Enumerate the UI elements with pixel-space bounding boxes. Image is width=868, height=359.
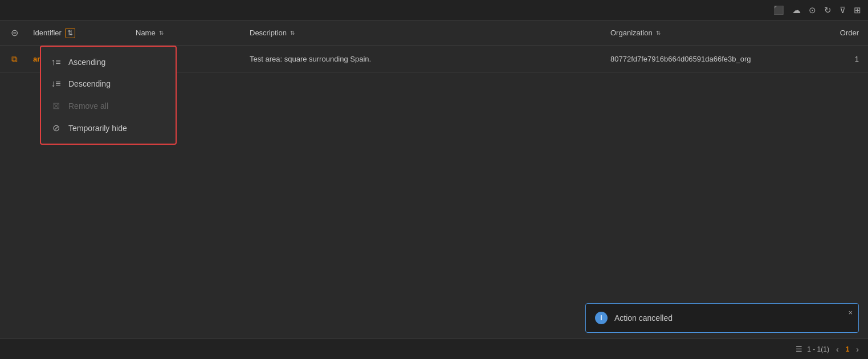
remove-all-item: ⊠ Remove all <box>41 95 176 117</box>
sort-ascending-label: Ascending <box>68 58 105 67</box>
name-column-header[interactable]: Name ⇅ <box>131 28 245 37</box>
filter-icon[interactable]: ⊽ <box>840 5 846 15</box>
export-icon[interactable]: ⬛ <box>773 5 784 15</box>
alert-icon[interactable]: ⊙ <box>809 5 816 15</box>
columns-icon[interactable]: ⊞ <box>854 5 861 15</box>
toast-message-text: Action cancelled <box>614 313 673 323</box>
hide-icon: ⊘ <box>50 123 62 133</box>
top-toolbar: ⬛ ☁ ⊙ ↻ ⊽ ⊞ <box>0 0 868 21</box>
sort-ascending-item[interactable]: ↑≡ Ascending <box>41 51 176 73</box>
sort-dropdown-menu: ↑≡ Ascending ↓≡ Descending ⊠ Remove all … <box>40 46 177 145</box>
organization-column-header[interactable]: Organization ⇅ <box>606 28 822 37</box>
row-copy-icon[interactable]: ⧉ <box>0 54 28 64</box>
order-column-header: Order <box>822 28 868 37</box>
remove-icon: ⊠ <box>50 100 62 111</box>
identifier-label: Identifier <box>33 28 62 37</box>
organization-sort-icon: ⇅ <box>656 30 661 36</box>
order-label: Order <box>840 28 859 37</box>
sort-descending-label: Descending <box>68 79 111 88</box>
upload-icon[interactable]: ☁ <box>792 5 801 15</box>
bottom-bar: ☰ 1 - 1(1) ‹ 1 › <box>0 338 868 359</box>
identifier-sort-button[interactable]: ⇅ <box>65 28 75 38</box>
table-header: ⊜ Identifier ⇅ Name ⇅ Description ⇅ Orga… <box>0 21 868 46</box>
name-sort-icon: ⇅ <box>159 30 164 36</box>
temporarily-hide-item[interactable]: ⊘ Temporarily hide <box>41 117 176 139</box>
organization-label: Organization <box>610 28 653 37</box>
pagination-range: 1 - 1(1) <box>807 345 829 353</box>
sort-updown-icon: ⇅ <box>67 29 73 37</box>
search-icon: ⊜ <box>11 27 18 38</box>
toast-close-button[interactable]: × <box>848 308 853 317</box>
toast-info-icon: i <box>595 312 608 324</box>
toast-notification: × i Action cancelled <box>585 303 859 333</box>
list-icon: ☰ <box>796 345 802 353</box>
remove-all-label: Remove all <box>68 101 108 111</box>
refresh-icon[interactable]: ↻ <box>824 5 832 15</box>
row-order-value: 1 <box>822 55 868 63</box>
sort-asc-icon: ↑≡ <box>50 57 62 67</box>
sort-descending-item[interactable]: ↓≡ Descending <box>41 73 176 95</box>
description-label: Description <box>250 28 287 37</box>
identifier-column-header[interactable]: Identifier ⇅ <box>28 28 131 38</box>
search-column[interactable]: ⊜ <box>0 27 28 38</box>
description-column-header[interactable]: Description ⇅ <box>245 28 606 37</box>
pagination-current-page[interactable]: 1 <box>846 345 850 353</box>
description-sort-icon: ⇅ <box>290 30 295 36</box>
temporarily-hide-label: Temporarily hide <box>68 124 127 133</box>
pagination-prev-button[interactable]: ‹ <box>834 344 841 355</box>
name-label: Name <box>136 28 156 37</box>
sort-desc-icon: ↓≡ <box>50 79 62 89</box>
row-organization-value: 80772fd7fe7916b664d06591da66fe3b_org <box>606 55 822 63</box>
row-description-value: Test area: square surrounding Spain. <box>245 55 606 63</box>
pagination-next-button[interactable]: › <box>854 344 861 355</box>
